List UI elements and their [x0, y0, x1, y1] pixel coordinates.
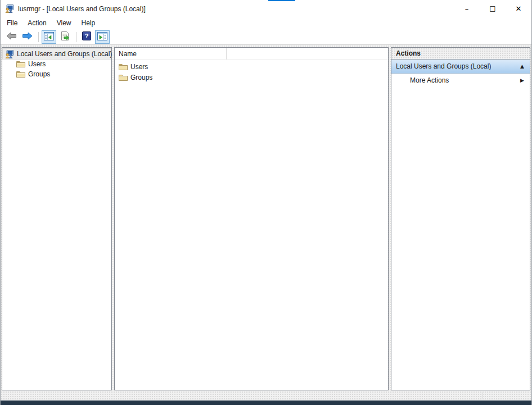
help-icon: ?	[82, 31, 91, 42]
tree-item-groups[interactable]: Groups	[2, 69, 111, 79]
toggle-console-tree-button[interactable]	[42, 30, 56, 44]
export-list-icon	[60, 31, 70, 42]
menu-action[interactable]: Action	[22, 17, 51, 29]
menu-view[interactable]: View	[52, 17, 76, 29]
actions-section-header[interactable]: Local Users and Groups (Local) ▲	[391, 60, 530, 74]
svg-text:?: ?	[85, 33, 89, 39]
more-actions-item[interactable]: More Actions ▶	[391, 74, 530, 87]
list-item-users[interactable]: Users	[115, 61, 388, 72]
lusrmgr-node-icon	[5, 49, 14, 58]
actions-pane: Actions Local Users and Groups (Local) ▲…	[391, 47, 530, 390]
help-button[interactable]: ?	[79, 30, 94, 44]
taskbar-edge[interactable]	[1, 401, 531, 405]
close-icon: ✕	[516, 4, 522, 13]
list-item-label: Groups	[130, 74, 152, 81]
menu-file[interactable]: File	[2, 17, 22, 29]
folder-icon	[119, 62, 128, 71]
status-bar	[1, 391, 531, 401]
console-tree-pane: Local Users and Groups (Local) Users	[2, 47, 112, 390]
back-button[interactable]	[4, 30, 19, 44]
toolbar-separator	[38, 32, 39, 42]
minimize-icon: –	[465, 4, 469, 13]
lusrmgr-app-icon	[5, 4, 14, 13]
maximize-button[interactable]: □	[480, 0, 506, 17]
more-actions-label: More Actions	[410, 76, 449, 84]
list-item-groups[interactable]: Groups	[115, 72, 388, 83]
window-title: lusrmgr - [Local Users and Groups (Local…	[18, 5, 146, 13]
folder-icon	[16, 70, 25, 79]
show-hide-action-pane-icon	[97, 32, 107, 42]
close-button[interactable]: ✕	[506, 0, 531, 17]
tree-item-label: Users	[28, 60, 46, 68]
work-area: Local Users and Groups (Local) Users	[1, 45, 531, 391]
forward-arrow-icon	[22, 32, 33, 42]
folder-icon	[119, 73, 128, 82]
back-arrow-icon	[6, 32, 17, 42]
forward-button[interactable]	[20, 30, 34, 44]
tree-item-label: Local Users and Groups (Local)	[17, 50, 112, 58]
menu-bar: File Action View Help	[1, 17, 531, 29]
toolbar: ?	[1, 29, 531, 45]
status-bar-divider	[483, 392, 483, 399]
minimize-button[interactable]: –	[454, 0, 480, 17]
column-header-name[interactable]: Name	[119, 50, 137, 58]
toolbar-separator	[76, 32, 76, 42]
result-list-pane: Name Users	[114, 47, 389, 390]
collapse-icon[interactable]: ▲	[520, 63, 524, 69]
expand-icon: ▶	[520, 78, 524, 83]
actions-pane-title: Actions	[391, 48, 530, 60]
status-bar-divider	[408, 392, 408, 399]
menu-help[interactable]: Help	[76, 17, 101, 29]
tree-item-label: Groups	[28, 70, 50, 78]
toggle-action-pane-button[interactable]	[95, 30, 110, 44]
list-body: Users Groups	[115, 60, 388, 83]
accent-strip	[268, 0, 295, 1]
show-hide-console-tree-icon	[44, 32, 54, 42]
actions-section-label: Local Users and Groups (Local)	[396, 62, 491, 70]
app-window: lusrmgr - [Local Users and Groups (Local…	[0, 0, 532, 405]
folder-icon	[16, 60, 25, 69]
maximize-icon: □	[489, 4, 495, 12]
column-divider[interactable]	[226, 48, 227, 60]
list-item-label: Users	[130, 63, 148, 71]
tree-item-local-users-and-groups[interactable]: Local Users and Groups (Local)	[3, 49, 111, 59]
title-bar[interactable]: lusrmgr - [Local Users and Groups (Local…	[1, 0, 531, 17]
list-header-row: Name	[115, 48, 388, 60]
tree-item-users[interactable]: Users	[2, 59, 111, 69]
export-list-button[interactable]	[57, 30, 72, 44]
actions-title-label: Actions	[396, 49, 421, 57]
